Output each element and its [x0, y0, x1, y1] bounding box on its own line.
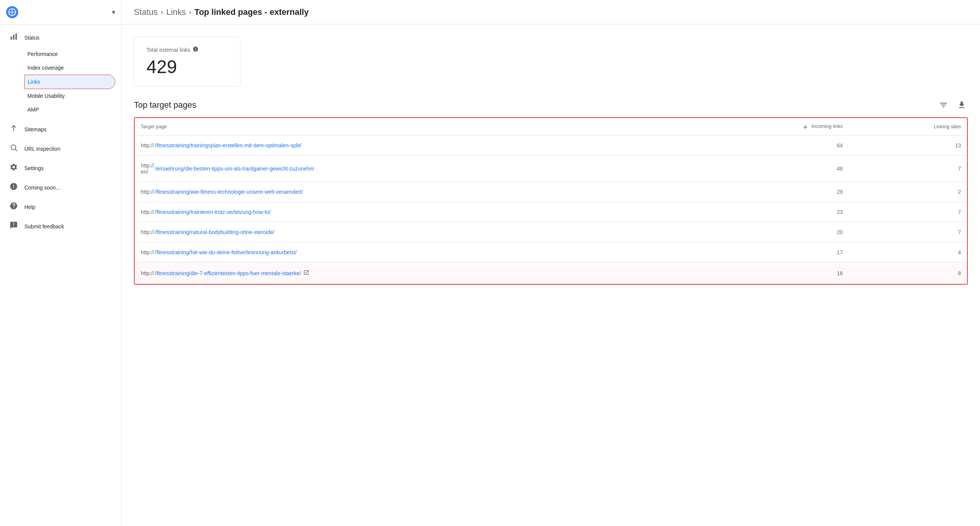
- sidebar-item-amp[interactable]: AMP: [24, 103, 115, 116]
- url-path[interactable]: /fitnesstraining/trainingsplan-erstellen…: [155, 142, 301, 148]
- url-display: http:///fitnesstraining/hiit-wie-du-dein…: [141, 249, 685, 255]
- table-cell-incoming-links: 20: [691, 222, 849, 242]
- url-prefix: http:// en/: [141, 163, 154, 175]
- url-display: http:///fitnesstraining/natural-bodybuil…: [141, 229, 685, 235]
- table-cell-url: http:///fitnesstraining/trainieren-trotz…: [135, 202, 691, 222]
- content-area: Total external links 429 Top target page…: [122, 24, 980, 297]
- data-table: Target page Incoming links Linking sites…: [135, 118, 967, 284]
- top-target-pages-table: Target page Incoming links Linking sites…: [134, 117, 968, 285]
- breadcrumb-status[interactable]: Status: [134, 7, 158, 17]
- table-row[interactable]: http:///fitnesstraining/natural-bodybuil…: [135, 222, 967, 242]
- sidebar-item-sitemaps[interactable]: Sitemaps: [0, 120, 115, 139]
- table-cell-url: http:///fitnesstraining/wie-fitness-tech…: [135, 182, 691, 202]
- svg-point-7: [11, 145, 16, 150]
- sidebar-item-index-coverage[interactable]: Index coverage: [24, 61, 115, 75]
- table-cell-url: http:///fitnesstraining/trainingsplan-er…: [135, 135, 691, 155]
- sidebar-item-links[interactable]: Links: [24, 75, 115, 89]
- sidebar-section-status: Status Performance Index coverage Links …: [0, 25, 121, 120]
- url-prefix: http://: [141, 189, 154, 195]
- url-inspection-icon: [9, 143, 18, 154]
- url-path[interactable]: /ernaehrung/die-besten-tipps-um-als-hard…: [155, 166, 314, 172]
- table-cell-incoming-links: 23: [691, 202, 849, 222]
- topbar: Status › Links › Top linked pages - exte…: [122, 0, 980, 24]
- url-prefix: http://: [141, 229, 154, 235]
- stat-card-external-links: Total external links 429: [134, 37, 240, 87]
- sidebar-dropdown-icon[interactable]: ▾: [112, 8, 115, 16]
- table-row[interactable]: http:// en//ernaehrung/die-besten-tipps-…: [135, 155, 967, 182]
- sidebar-item-help-label: Help: [24, 204, 35, 210]
- sidebar-item-sitemaps-label: Sitemaps: [24, 126, 46, 132]
- sidebar-item-settings[interactable]: Settings: [0, 158, 115, 178]
- breadcrumb-sep-1: ›: [161, 8, 163, 16]
- table-cell-url: http:///fitnesstraining/hiit-wie-du-dein…: [135, 242, 691, 262]
- submit-feedback-icon: [9, 221, 18, 231]
- url-prefix: http://: [141, 249, 154, 255]
- breadcrumb-current: Top linked pages - externally: [194, 7, 309, 17]
- col-header-target-page: Target page: [135, 118, 691, 135]
- table-row[interactable]: http:///fitnesstraining/wie-fitness-tech…: [135, 182, 967, 202]
- url-prefix: http://: [141, 209, 154, 215]
- breadcrumb-links[interactable]: Links: [166, 7, 186, 17]
- help-icon: [9, 202, 18, 212]
- sidebar-item-url-inspection[interactable]: URL inspection: [0, 139, 115, 158]
- section-header: Top target pages: [134, 99, 968, 111]
- svg-rect-4: [13, 35, 14, 40]
- sidebar: ▾ Status Performance Index coverage Link…: [0, 0, 122, 526]
- url-path[interactable]: /fitnesstraining/wie-fitness-technologie…: [155, 189, 303, 195]
- table-cell-url: http:///fitnesstraining/natural-bodybuil…: [135, 222, 691, 242]
- sidebar-sub-items-status: Performance Index coverage Links Mobile …: [0, 47, 121, 116]
- app-logo: [6, 6, 18, 18]
- table-cell-incoming-links: 16: [691, 262, 849, 284]
- url-prefix: http://: [141, 270, 154, 276]
- settings-icon: [9, 163, 18, 173]
- table-cell-linking-sites: 4: [849, 242, 967, 262]
- sidebar-item-url-inspection-label: URL inspection: [24, 146, 60, 152]
- table-row[interactable]: http:///fitnesstraining/trainieren-trotz…: [135, 202, 967, 222]
- url-path[interactable]: /fitnesstraining/trainieren-trotz-verlet…: [155, 209, 270, 215]
- table-cell-linking-sites: 7: [849, 202, 967, 222]
- table-cell-linking-sites: 2: [849, 182, 967, 202]
- breadcrumb-sep-2: ›: [189, 8, 191, 16]
- sidebar-item-help[interactable]: Help: [0, 197, 115, 217]
- table-row[interactable]: http:///fitnesstraining/die-7-effiziente…: [135, 262, 967, 284]
- stat-info-icon[interactable]: [192, 46, 199, 53]
- sidebar-item-status[interactable]: Status: [0, 28, 115, 47]
- stat-label: Total external links: [146, 46, 228, 53]
- table-row[interactable]: http:///fitnesstraining/hiit-wie-du-dein…: [135, 242, 967, 262]
- breadcrumb: Status › Links › Top linked pages - exte…: [134, 7, 309, 17]
- sidebar-item-settings-label: Settings: [24, 165, 44, 171]
- url-path[interactable]: /fitnesstraining/natural-bodybuilding-oh…: [155, 229, 274, 235]
- external-link-icon[interactable]: [303, 269, 309, 277]
- url-path[interactable]: /fitnesstraining/die-7-effizientesten-ti…: [155, 270, 301, 276]
- col-header-incoming-links[interactable]: Incoming links: [691, 118, 849, 135]
- url-display: http:///fitnesstraining/die-7-effiziente…: [141, 269, 685, 277]
- svg-line-8: [15, 149, 17, 151]
- download-button[interactable]: [956, 99, 968, 111]
- stat-value: 429: [146, 56, 228, 77]
- table-cell-url: http:///fitnesstraining/die-7-effiziente…: [135, 262, 691, 284]
- sidebar-item-coming-soon[interactable]: Coming soon...: [0, 178, 115, 197]
- table-cell-incoming-links: 64: [691, 135, 849, 155]
- table-cell-linking-sites: 8: [849, 262, 967, 284]
- table-cell-incoming-links: 29: [691, 182, 849, 202]
- table-header-row: Target page Incoming links Linking sites: [135, 118, 967, 135]
- table-cell-linking-sites: 7: [849, 222, 967, 242]
- url-display: http:///fitnesstraining/trainieren-trotz…: [141, 209, 685, 215]
- url-prefix: http://: [141, 142, 154, 148]
- sidebar-item-submit-feedback[interactable]: Submit feedback: [0, 217, 115, 236]
- url-path[interactable]: /fitnesstraining/hiit-wie-du-deine-fettv…: [155, 249, 297, 255]
- url-display: http:// en//ernaehrung/die-besten-tipps-…: [141, 163, 685, 175]
- svg-rect-3: [11, 37, 12, 40]
- table-row[interactable]: http:///fitnesstraining/trainingsplan-er…: [135, 135, 967, 155]
- table-cell-linking-sites: 7: [849, 155, 967, 182]
- sidebar-item-performance[interactable]: Performance: [24, 47, 115, 61]
- filter-button[interactable]: [937, 99, 950, 111]
- table-cell-incoming-links: 17: [691, 242, 849, 262]
- sidebar-item-mobile-usability[interactable]: Mobile Usability: [24, 89, 115, 103]
- table-cell-url: http:// en//ernaehrung/die-besten-tipps-…: [135, 155, 691, 182]
- section-title: Top target pages: [134, 100, 196, 110]
- coming-soon-icon: [9, 182, 18, 193]
- table-cell-linking-sites: 13: [849, 135, 967, 155]
- sidebar-item-coming-soon-label: Coming soon...: [24, 185, 60, 191]
- status-icon: [9, 32, 18, 43]
